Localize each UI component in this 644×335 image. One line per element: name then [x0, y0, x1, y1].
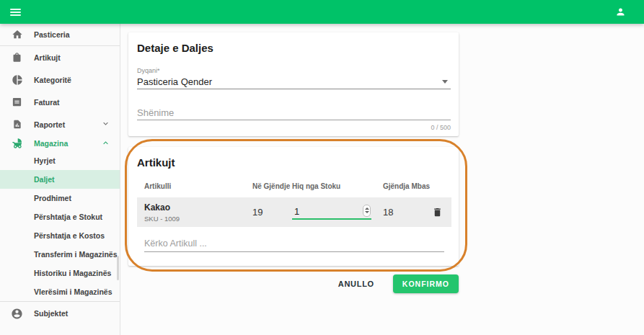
- sidebar-item-label: Transferim i Magazinës: [34, 250, 118, 259]
- col-gjendja-mbas: Gjëndja Mbas: [383, 182, 430, 191]
- form-actions: ANULLO KONFIRMO: [128, 274, 459, 293]
- sidebar-item-subjektet[interactable]: Subjektet: [0, 302, 120, 325]
- app-bar: [0, 0, 644, 24]
- col-artikulli: Artikulli: [144, 182, 252, 191]
- sidebar-item-daljet[interactable]: Daljet: [0, 170, 120, 189]
- delete-row-button[interactable]: [432, 206, 443, 218]
- sidebar-item-label: Prodhimet: [34, 194, 110, 202]
- select-underline: [137, 89, 451, 89]
- sidebar-item-transferim[interactable]: Transferim i Magazinës: [0, 245, 120, 264]
- table-header: Artikulli Në Gjëndje Hiq nga Stoku Gjënd…: [144, 177, 449, 197]
- table-row: Kakao SKU - 1009 19 18: [137, 197, 451, 227]
- search-article-input[interactable]: [144, 236, 444, 251]
- sidebar-item-label: Hyrjet: [34, 156, 110, 165]
- sidebar-item-label: Historiku i Magazinës: [34, 269, 111, 277]
- store-field-label: Dyqani*: [137, 67, 160, 74]
- store-select[interactable]: Pasticeria Qender: [137, 74, 451, 89]
- sidebar-item-raportet[interactable]: Raportet: [0, 113, 120, 135]
- store-select-value: Pasticeria Qender: [137, 76, 212, 87]
- sidebar-item-pershtatja-stokut[interactable]: Përshtatja e Stokut: [0, 207, 120, 226]
- sidebar-item-prodhimet[interactable]: Prodhimet: [0, 189, 120, 207]
- main-content: Detaje e Daljes Dyqani* Pasticeria Qende…: [120, 24, 644, 335]
- trolley-icon: [11, 138, 23, 149]
- sidebar-item-label: Vlerësimi i Magazinës: [34, 287, 113, 296]
- remove-qty-field[interactable]: [292, 205, 371, 220]
- pie-chart-icon: [11, 74, 23, 86]
- home-icon: [11, 29, 23, 40]
- sidebar-item-label: Raportet: [34, 120, 101, 129]
- card-title: Artikujt: [137, 156, 175, 169]
- sidebar-item-label: Artikujt: [34, 53, 110, 62]
- sidebar-item-label: Faturat: [34, 98, 110, 107]
- char-counter: 0 / 500: [431, 124, 451, 131]
- sidebar: Pasticeria Artikujt Kategoritë Faturat: [0, 24, 120, 335]
- exit-details-card: Detaje e Daljes Dyqani* Pasticeria Qende…: [128, 32, 459, 136]
- sidebar-item-faturat[interactable]: Faturat: [0, 91, 120, 113]
- sidebar-scrollbar[interactable]: [117, 256, 119, 280]
- items-card-wrapper: Artikujt Artikulli Në Gjëndje Hiq nga St…: [128, 147, 459, 266]
- shopping-bag-icon: [11, 52, 23, 63]
- spinner-up-icon[interactable]: [365, 207, 369, 210]
- dropdown-arrow-icon: [442, 80, 448, 84]
- confirm-button[interactable]: KONFIRMO: [393, 274, 459, 293]
- sidebar-item-label: Magazina: [34, 139, 101, 148]
- number-spinner[interactable]: [363, 205, 371, 217]
- items-card: Artikujt Artikulli Në Gjëndje Hiq nga St…: [128, 147, 459, 266]
- sidebar-item-label: Subjektet: [34, 309, 110, 318]
- sidebar-item-artikujt[interactable]: Artikujt: [0, 46, 120, 68]
- sidebar-item-historiku[interactable]: Historiku i Magazinës: [0, 264, 120, 282]
- menu-icon[interactable]: [10, 9, 21, 16]
- sidebar-item-label: Përshtatja e Kostos: [34, 231, 110, 240]
- invoice-icon: [11, 97, 23, 107]
- stock-after-value: 18: [383, 207, 430, 218]
- search-underline: [144, 251, 444, 252]
- sidebar-item-vleresimi[interactable]: Vlerësimi i Magazinës: [0, 282, 120, 301]
- sidebar-item-label: Kategoritë: [34, 76, 110, 84]
- trash-icon: [432, 206, 443, 218]
- spinner-down-icon[interactable]: [365, 211, 369, 213]
- col-hiq-nga-stoku: Hiq nga Stoku: [292, 182, 383, 191]
- card-title: Detaje e Daljes: [137, 42, 213, 54]
- sidebar-item-pasticeria[interactable]: Pasticeria: [0, 24, 120, 45]
- item-name: Kakao: [144, 202, 252, 213]
- col-ne-gjendje: Në Gjëndje: [252, 182, 292, 191]
- item-sku: SKU - 1009: [144, 215, 252, 223]
- cancel-button[interactable]: ANULLO: [338, 280, 374, 288]
- sidebar-item-label: Pasticeria: [34, 30, 110, 39]
- person-icon[interactable]: [615, 6, 626, 17]
- sidebar-item-magazina[interactable]: Magazina: [0, 135, 120, 151]
- in-stock-value: 19: [252, 207, 292, 218]
- chevron-up-icon: [101, 138, 110, 149]
- sidebar-item-pershtatja-kostos[interactable]: Përshtatja e Kostos: [0, 226, 120, 245]
- chevron-down-icon: [101, 119, 110, 130]
- notes-input[interactable]: [137, 105, 451, 120]
- remove-qty-input[interactable]: [292, 205, 371, 220]
- report-icon: [11, 119, 23, 130]
- notes-underline: [137, 120, 451, 120]
- sidebar-item-label: Daljet: [34, 175, 110, 184]
- sidebar-item-label: Përshtatja e Stokut: [34, 213, 110, 221]
- account-icon: [11, 308, 23, 320]
- sidebar-item-kategorite[interactable]: Kategoritë: [0, 68, 120, 91]
- sidebar-item-hyrjet[interactable]: Hyrjet: [0, 151, 120, 170]
- item-cell: Kakao SKU - 1009: [144, 202, 252, 223]
